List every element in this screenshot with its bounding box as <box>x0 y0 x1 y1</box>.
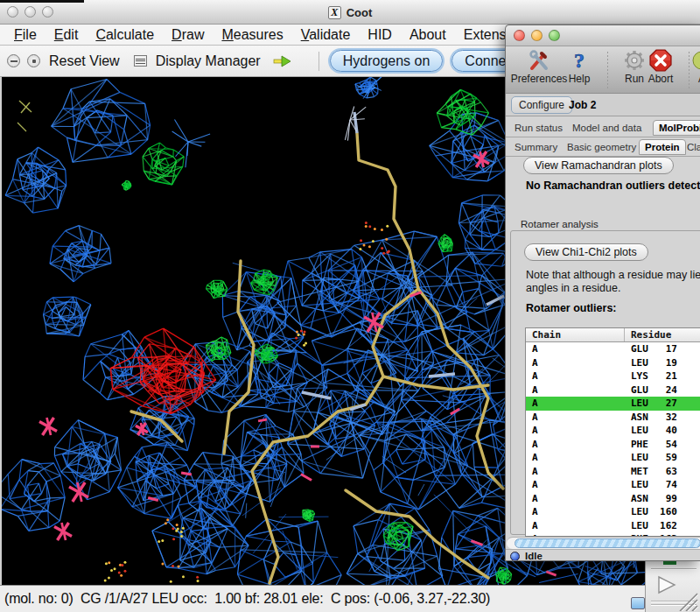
tab-model-and-data[interactable]: Model and data <box>567 120 647 136</box>
cell-residue: GLU 17 <box>625 342 677 356</box>
reset-view-button[interactable]: Reset View <box>49 53 120 69</box>
toolbar-separator <box>318 52 319 71</box>
dialog-close-icon[interactable] <box>514 30 525 41</box>
cell-residue: LEU 160 <box>625 505 677 519</box>
preferences-tools-icon <box>528 49 550 72</box>
tab-run-status[interactable]: Run status <box>509 120 568 136</box>
cell-chain: A <box>526 438 625 452</box>
atom-status-text: (mol. no: 0) CG /1/A/27 LEU occ: 1.00 bf… <box>0 591 490 607</box>
x11-icon: X <box>328 6 341 19</box>
rotamer-row-met-63[interactable]: AMET 63 <box>526 465 700 479</box>
toolbar-separator <box>689 52 690 88</box>
menu-item-calculate[interactable]: Calculate <box>87 27 163 43</box>
cell-residue: ASN 99 <box>625 492 677 506</box>
table-header[interactable]: Chain Residue <box>526 328 700 342</box>
rotamer-row-glu-17[interactable]: AGLU 17 <box>526 342 700 356</box>
cell-residue: GLU 24 <box>625 383 677 397</box>
cell-chain: A <box>526 478 625 492</box>
svg-text:?: ? <box>574 49 584 72</box>
hydrogens-toggle-button[interactable]: Hydrogens on <box>330 50 444 72</box>
help-button[interactable]: ? Help <box>560 49 598 85</box>
view-chi1-chi2-plots-button[interactable]: View Chi1-Chi2 plots <box>524 243 648 261</box>
menu-item-file[interactable]: File <box>5 27 46 43</box>
rotamer-row-leu-40[interactable]: ALEU 40 <box>526 424 700 438</box>
rotamer-row-leu-27[interactable]: ALEU 27 <box>526 397 700 411</box>
rotamer-row-leu-162[interactable]: ALEU 162 <box>526 519 700 533</box>
panel-divider <box>651 568 696 569</box>
rotamer-row-asn-99[interactable]: AASN 99 <box>526 492 700 506</box>
tab-clashes[interactable]: Clashes <box>682 139 700 155</box>
column-header-chain[interactable]: Chain <box>526 328 625 341</box>
menu-item-about[interactable]: About <box>401 27 455 43</box>
column-header-residue[interactable]: Residue <box>625 328 671 341</box>
tab-job-2[interactable]: Job 2 <box>562 96 603 114</box>
abort-button[interactable]: Abort <box>640 49 681 85</box>
rotamer-row-leu-59[interactable]: ALEU 59 <box>526 451 700 465</box>
rotamer-row-phe-54[interactable]: APHE 54 <box>526 438 700 452</box>
cell-chain: A <box>526 465 625 479</box>
cell-residue: LEU 27 <box>625 397 677 411</box>
display-manager-button[interactable]: Display Manager <box>156 53 261 69</box>
ramachandran-status-text: No Ramachandran outliers detected <box>526 179 700 192</box>
cell-chain: A <box>526 342 625 356</box>
cell-chain: A <box>526 519 625 533</box>
status-ball-icon <box>510 552 520 561</box>
green-arrow-icon[interactable] <box>273 54 292 68</box>
rotamer-note-line-2: angles in a residue. <box>526 282 620 294</box>
cell-chain: A <box>526 397 625 411</box>
overflow-action-button[interactable]: A <box>693 49 700 85</box>
window-title-group: X Coot <box>0 0 700 25</box>
section-tab-strip: Run status Model and data MolProbity <box>506 118 700 137</box>
view-toggle-icon[interactable] <box>7 54 20 67</box>
dialog-toolbar: Preferences ? Help Run <box>506 46 700 94</box>
tab-molprobity[interactable]: MolProbity <box>653 120 700 136</box>
horizontal-scrollbar[interactable] <box>507 537 700 549</box>
cell-residue: LYS 21 <box>625 369 677 383</box>
cell-chain: A <box>526 451 625 465</box>
scrollbar-thumb[interactable] <box>514 538 700 548</box>
display-manager-icon[interactable] <box>134 55 147 67</box>
menu-item-hid[interactable]: HID <box>359 27 401 43</box>
dialog-zoom-icon[interactable] <box>549 30 560 41</box>
rotamer-row-leu-160[interactable]: ALEU 160 <box>526 505 700 519</box>
view-center-icon[interactable] <box>27 54 40 67</box>
cell-residue: ASN 32 <box>625 411 677 425</box>
main-window-titlebar[interactable]: X Coot <box>0 0 700 25</box>
job-tab-strip: Configure Job 2 <box>506 94 700 116</box>
rotamer-outliers-table[interactable]: Chain Residue AGLU 17ALEU 19ALYS 21AGLU … <box>525 327 700 537</box>
cell-residue: MET 63 <box>625 465 677 479</box>
cell-residue: LEU 40 <box>625 424 677 438</box>
tab-basic-geometry[interactable]: Basic geometry <box>562 139 641 155</box>
rotamer-row-asn-32[interactable]: AASN 32 <box>526 411 700 425</box>
rotamer-row-leu-19[interactable]: ALEU 19 <box>526 356 700 370</box>
rotamer-row-glu-24[interactable]: AGLU 24 <box>526 383 700 397</box>
dialog-minimize-icon[interactable] <box>531 30 542 41</box>
menu-item-edit[interactable]: Edit <box>46 27 88 43</box>
view-ramachandran-plots-button[interactable]: View Ramachandran plots <box>523 157 674 174</box>
scroll-chip[interactable] <box>631 597 645 609</box>
window-title: Coot <box>346 6 373 19</box>
help-question-icon: ? <box>568 49 591 72</box>
menu-item-validate[interactable]: Validate <box>292 27 360 43</box>
rotamer-row-leu-74[interactable]: ALEU 74 <box>526 478 700 492</box>
resize-grip-icon[interactable] <box>678 592 699 611</box>
menu-item-measures[interactable]: Measures <box>213 27 291 43</box>
dialog-titlebar[interactable] <box>506 25 700 46</box>
cell-residue: LEU 19 <box>625 356 677 370</box>
cell-chain: A <box>526 369 625 383</box>
expand-triangle-icon[interactable] <box>656 575 679 596</box>
cell-chain: A <box>526 505 625 519</box>
abort-stop-icon <box>649 49 672 72</box>
menu-item-draw[interactable]: Draw <box>163 27 213 43</box>
cell-chain: A <box>526 411 625 425</box>
cell-chain: A <box>526 383 625 397</box>
rotamer-note-line-1: Note that although a residue may lie <box>526 269 700 281</box>
rotamer-row-lys-21[interactable]: ALYS 21 <box>526 369 700 383</box>
desktop-edge-strip <box>0 0 84 3</box>
cell-residue: PHE 54 <box>625 438 677 452</box>
preferences-button[interactable]: Preferences <box>513 49 565 85</box>
cell-chain: A <box>526 424 625 438</box>
tab-protein[interactable]: Protein <box>639 139 686 155</box>
protein-tab-strip: Summary Basic geometry Protein Clashes <box>506 137 700 157</box>
tab-summary[interactable]: Summary <box>509 139 563 155</box>
